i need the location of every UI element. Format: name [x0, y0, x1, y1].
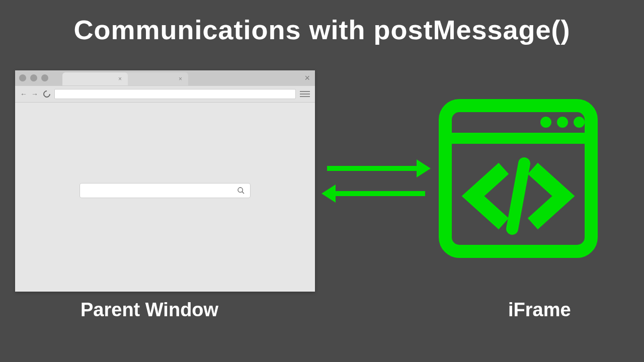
browser-viewport: [15, 103, 315, 292]
diagram-title: Communications with postMessage(): [0, 0, 644, 45]
tab-close-icon: ×: [118, 75, 122, 82]
search-field: [79, 183, 251, 198]
arrow-right-head-icon: [417, 159, 431, 177]
svg-line-1: [242, 192, 244, 194]
browser-tab: ×: [62, 72, 128, 85]
traffic-light-dot: [30, 74, 37, 81]
browser-titlebar: × × ×: [15, 70, 315, 85]
traffic-light-dot: [41, 74, 48, 81]
iframe-illustration: [438, 98, 599, 259]
nav-back-forward-icon: ← →: [20, 90, 39, 98]
browser-tabs: × ×: [62, 70, 183, 85]
bidirectional-arrows: [322, 161, 430, 211]
traffic-light-dot: [19, 74, 26, 81]
browser-tab: ×: [123, 72, 188, 85]
svg-point-6: [574, 117, 585, 128]
svg-point-0: [238, 188, 243, 192]
iframe-label: iFrame: [508, 299, 571, 321]
browser-toolbar: ← →: [15, 85, 315, 103]
hamburger-menu-icon: [300, 91, 310, 97]
reload-icon: [42, 89, 52, 99]
arrow-left-icon: [335, 191, 425, 196]
svg-line-7: [512, 163, 524, 229]
address-bar: [54, 89, 296, 99]
svg-point-5: [557, 117, 568, 128]
parent-window-illustration: × × × ← →: [15, 70, 315, 292]
parent-window-label: Parent Window: [80, 299, 218, 321]
window-close-icon: ×: [304, 73, 310, 83]
arrow-left-head-icon: [321, 185, 336, 203]
code-window-icon: [438, 98, 599, 259]
svg-point-4: [540, 117, 551, 128]
arrow-right-icon: [327, 166, 418, 171]
search-icon: [237, 187, 245, 195]
tab-close-icon: ×: [179, 75, 182, 82]
diagram-stage: × × × ← →: [0, 70, 644, 342]
